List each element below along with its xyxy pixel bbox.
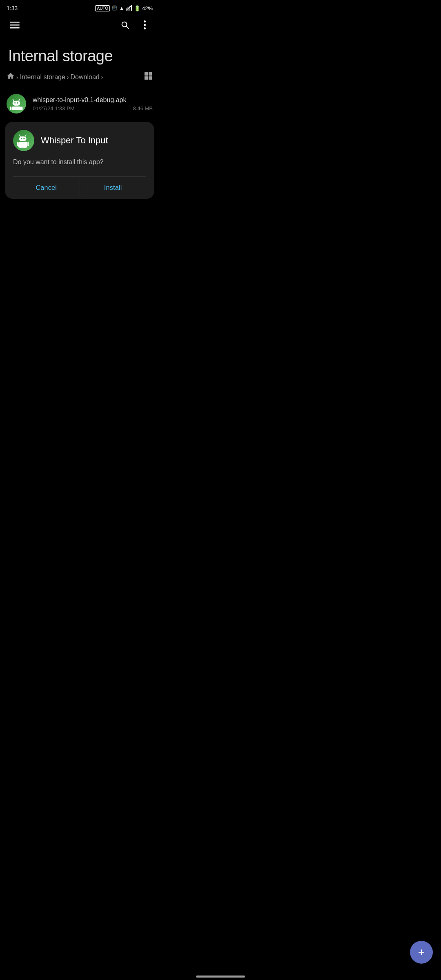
svg-point-11 — [144, 24, 146, 26]
vibrate-icon: 📳 — [111, 5, 118, 11]
battery-percent: 42% — [142, 5, 153, 11]
breadcrumb-home-icon[interactable] — [7, 72, 15, 82]
svg-rect-19 — [13, 101, 20, 106]
svg-rect-16 — [149, 76, 152, 80]
svg-rect-22 — [12, 107, 21, 110]
search-button[interactable] — [117, 18, 133, 34]
dialog-app-icon — [13, 130, 34, 151]
install-dialog: Whisper To Input Do you want to install … — [5, 122, 154, 199]
wifi-icon: ▲ — [119, 5, 124, 11]
breadcrumb-chevron-3: › — [101, 74, 103, 80]
svg-rect-5 — [10, 22, 20, 23]
breadcrumb: › Internal storage › Download › — [0, 71, 159, 89]
file-meta: 01/27/24 1:33 PM 8.46 MB — [33, 105, 153, 111]
menu-icon — [10, 20, 20, 32]
status-bar: 1:33 AUTO 📳 ▲ 🔋 42% — [0, 0, 159, 15]
svg-point-21 — [17, 102, 18, 103]
breadcrumb-download[interactable]: Download — [71, 74, 100, 81]
svg-rect-29 — [19, 136, 27, 141]
svg-point-12 — [144, 27, 146, 29]
dialog-actions: Cancel Install — [13, 176, 146, 199]
toolbar-right — [117, 18, 153, 34]
svg-rect-24 — [21, 107, 22, 110]
svg-rect-13 — [145, 72, 148, 76]
dialog-header: Whisper To Input — [13, 130, 146, 151]
svg-rect-23 — [10, 107, 11, 110]
cancel-button[interactable]: Cancel — [13, 177, 80, 199]
svg-rect-32 — [18, 142, 27, 148]
dialog-message: Do you want to install this app? — [13, 158, 146, 167]
svg-line-18 — [19, 99, 20, 101]
file-name: whisper-to-input-v0.1-debug.apk — [33, 96, 153, 104]
more-icon — [144, 20, 146, 32]
battery-icon: 🔋 — [134, 5, 140, 11]
svg-rect-15 — [145, 76, 148, 80]
svg-point-30 — [21, 138, 22, 139]
more-options-button[interactable] — [136, 18, 153, 34]
file-info: whisper-to-input-v0.1-debug.apk 01/27/24… — [33, 96, 153, 111]
svg-rect-6 — [10, 24, 20, 26]
auto-icon: AUTO — [95, 5, 110, 11]
install-button[interactable]: Install — [80, 177, 147, 199]
svg-point-10 — [144, 20, 146, 22]
file-item[interactable]: whisper-to-input-v0.1-debug.apk 01/27/24… — [0, 89, 159, 118]
file-date: 01/27/24 1:33 PM — [33, 105, 75, 111]
svg-line-28 — [25, 135, 26, 136]
svg-line-27 — [19, 135, 20, 136]
page-title: Internal storage — [0, 38, 159, 71]
toolbar — [0, 15, 159, 38]
svg-point-31 — [23, 138, 24, 139]
menu-button[interactable] — [7, 18, 23, 34]
svg-point-8 — [122, 22, 127, 27]
signal-icon — [126, 5, 132, 12]
svg-rect-33 — [17, 142, 18, 146]
install-dialog-overlay: Whisper To Input Do you want to install … — [5, 122, 154, 199]
file-app-icon — [7, 94, 26, 114]
svg-rect-14 — [149, 72, 152, 76]
breadcrumb-chevron-1: › — [16, 74, 18, 80]
breadcrumb-chevron-2: › — [67, 74, 69, 80]
svg-line-9 — [126, 26, 129, 29]
svg-point-20 — [14, 102, 16, 103]
svg-rect-34 — [27, 142, 29, 146]
file-size: 8.46 MB — [133, 105, 153, 111]
breadcrumb-internal-storage[interactable]: Internal storage — [20, 74, 65, 81]
dialog-app-name: Whisper To Input — [41, 135, 108, 146]
status-time: 1:33 — [7, 5, 18, 11]
grid-view-button[interactable] — [144, 71, 153, 82]
svg-line-17 — [13, 99, 14, 101]
status-icons: AUTO 📳 ▲ 🔋 42% — [95, 5, 153, 12]
svg-rect-7 — [10, 27, 20, 29]
search-icon — [120, 20, 129, 32]
